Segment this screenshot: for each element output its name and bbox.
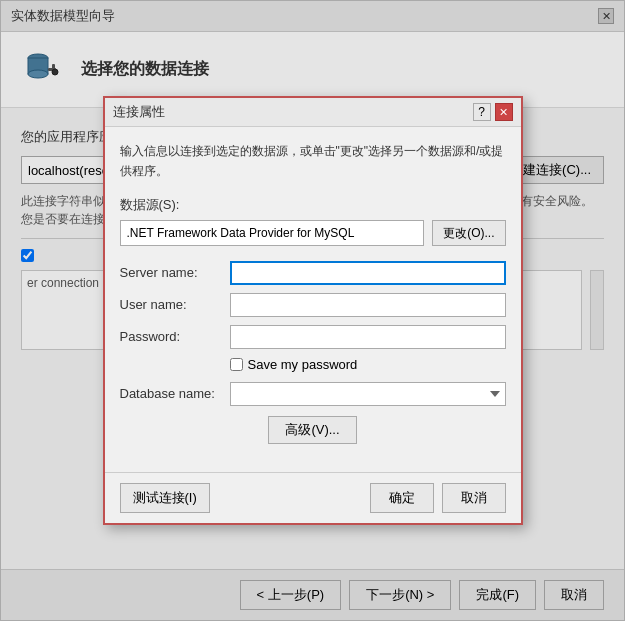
- dialog-help-button[interactable]: ?: [473, 103, 491, 121]
- dialog-cancel-button[interactable]: 取消: [442, 483, 506, 513]
- change-button[interactable]: 更改(O)...: [432, 220, 505, 246]
- password-label: Password:: [120, 329, 230, 344]
- server-name-input[interactable]: [230, 261, 506, 285]
- test-connection-button[interactable]: 测试连接(I): [120, 483, 210, 513]
- password-group: Password:: [120, 325, 506, 349]
- server-name-group: Server name:: [120, 261, 506, 285]
- server-name-label: Server name:: [120, 265, 230, 280]
- user-name-label: User name:: [120, 297, 230, 312]
- advanced-btn-wrapper: 高级(V)...: [120, 416, 506, 449]
- save-password-label: Save my password: [248, 357, 358, 372]
- connection-properties-dialog: 连接属性 ? ✕ 输入信息以连接到选定的数据源，或单击"更改"选择另一个数据源和…: [103, 96, 523, 524]
- dialog-ok-button[interactable]: 确定: [370, 483, 434, 513]
- dialog-intro-text: 输入信息以连接到选定的数据源，或单击"更改"选择另一个数据源和/或提供程序。: [120, 142, 506, 180]
- dialog-body: 输入信息以连接到选定的数据源，或单击"更改"选择另一个数据源和/或提供程序。 数…: [105, 127, 521, 471]
- save-password-row: Save my password: [230, 357, 506, 372]
- dialog-title-bar: 连接属性 ? ✕: [105, 98, 521, 127]
- dialog-overlay: 连接属性 ? ✕ 输入信息以连接到选定的数据源，或单击"更改"选择另一个数据源和…: [1, 1, 624, 620]
- datasource-row: 更改(O)...: [120, 220, 506, 246]
- password-input[interactable]: [230, 325, 506, 349]
- main-wizard-window: 实体数据模型向导 ✕ 选择您的数据连接 您的应用程序应使用哪个数据连接与数据库进…: [0, 0, 625, 621]
- database-name-label: Database name:: [120, 386, 230, 401]
- dialog-footer-right: 确定 取消: [370, 483, 506, 513]
- save-password-checkbox[interactable]: [230, 358, 243, 371]
- datasource-field[interactable]: [120, 220, 425, 246]
- advanced-button[interactable]: 高级(V)...: [268, 416, 356, 444]
- dialog-title-text: 连接属性: [113, 103, 165, 121]
- database-name-dropdown[interactable]: [230, 382, 506, 406]
- datasource-label: 数据源(S):: [120, 196, 506, 214]
- user-name-input[interactable]: [230, 293, 506, 317]
- dialog-footer: 测试连接(I) 确定 取消: [105, 472, 521, 523]
- user-name-group: User name:: [120, 293, 506, 317]
- database-name-group: Database name:: [120, 382, 506, 406]
- dialog-title-actions: ? ✕: [473, 103, 513, 121]
- dialog-close-button[interactable]: ✕: [495, 103, 513, 121]
